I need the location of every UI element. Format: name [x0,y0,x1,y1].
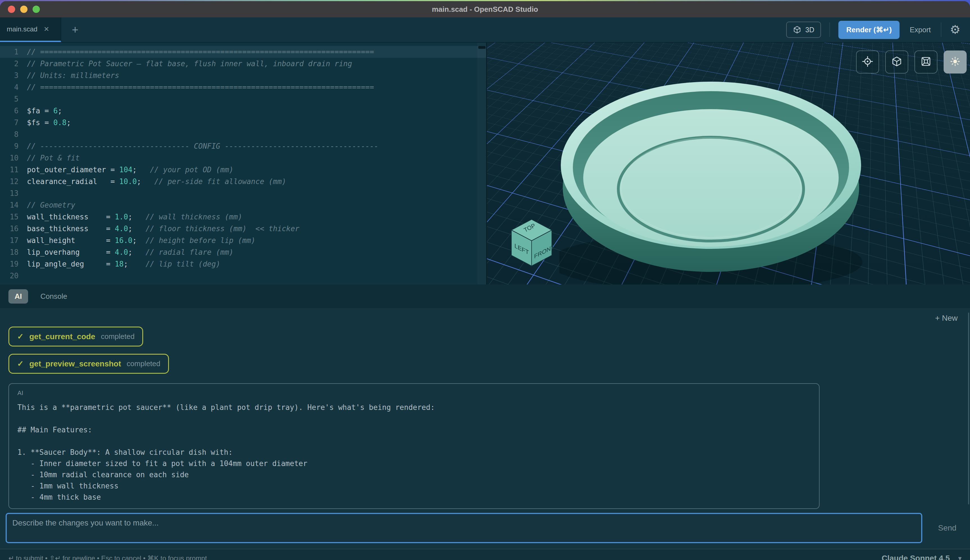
center-view-icon [862,56,873,68]
line-number: 19 [0,258,27,270]
editor-scrollbar-thumb[interactable] [478,46,486,49]
code-line[interactable]: 20 [0,270,486,282]
code-line[interactable]: 11pot_outer_diameter = 104; // your pot … [0,164,486,176]
line-number: 13 [0,187,27,199]
tab-main-scad[interactable]: main.scad ✕ [0,17,61,42]
code-line[interactable]: 16base_thickness = 4.0; // floor thickne… [0,223,486,235]
close-tab-icon[interactable]: ✕ [43,25,49,33]
tool-name: get_preview_screenshot [29,359,121,368]
new-chat-button[interactable]: + New [935,314,958,323]
code-line[interactable]: 4// ====================================… [0,82,486,93]
tab-console[interactable]: Console [40,292,67,301]
line-number: 20 [0,270,27,282]
code-line[interactable]: 5 [0,93,486,105]
code-line[interactable]: 8 [0,128,486,140]
view-mode-label: 3D [805,26,814,34]
line-number: 4 [0,82,27,93]
line-number: 9 [0,140,27,152]
lighting-button[interactable] [943,50,967,73]
view-mode-3d-button[interactable]: 3D [786,22,821,38]
code-line[interactable]: 12clearance_radial = 10.0; // per-side f… [0,176,486,187]
fit-view-icon [920,56,932,68]
tab-bar: main.scad ✕ + 3D Render (⌘↵) Export ⚙ [0,17,970,43]
tool-call-list: ✓get_current_codecompleted✓get_preview_s… [8,327,962,374]
settings-gear-icon[interactable]: ⚙ [950,24,960,36]
line-number: 16 [0,223,27,235]
line-number: 17 [0,235,27,246]
chat-scrollbar[interactable] [968,313,969,505]
tool-call-badge[interactable]: ✓get_preview_screenshotcompleted [8,354,169,374]
tool-call-badge[interactable]: ✓get_current_codecompleted [8,327,143,347]
code-line[interactable]: 6$fa = 6; [0,105,486,117]
send-button[interactable]: Send [932,523,963,533]
isometric-view-button[interactable] [885,50,908,73]
line-number: 8 [0,128,27,140]
assistant-panel: AI Console + New ✓get_current_codecomple… [0,285,970,560]
line-number: 15 [0,211,27,223]
divider [830,22,830,37]
panel-tabs: AI Console [0,285,970,308]
prompt-input[interactable] [6,513,922,543]
message-author: AI [17,389,811,397]
app-window: main.scad - OpenSCAD Studio main.scad ✕ … [0,1,970,560]
main-split: 1// ====================================… [0,43,970,285]
check-icon: ✓ [17,332,23,341]
tool-name: get_current_code [29,332,95,341]
model-name: Claude Sonnet 4.5 [882,554,950,560]
line-number: 1 [0,46,27,58]
line-number: 18 [0,246,27,258]
render-button[interactable]: Render (⌘↵) [838,21,900,39]
status-bar: ↵ to submit • ⇧↵ for newline • Esc to ca… [0,549,970,560]
code-line[interactable]: 14// Geometry [0,199,486,211]
code-line[interactable]: 10// Pot & fit [0,152,486,164]
center-view-button[interactable] [856,50,879,73]
prompt-row: Send [0,509,970,549]
code-line[interactable]: 7$fs = 0.8; [0,117,486,128]
keyboard-hints: ↵ to submit • ⇧↵ for newline • Esc to ca… [8,554,207,560]
code-line[interactable]: 18lip_overhang = 4.0; // radial flare (m… [0,246,486,258]
chat-area: + New ✓get_current_codecompleted✓get_pre… [0,308,970,509]
ai-message: AI This is a **parametric pot saucer** (… [8,383,820,509]
code-line[interactable]: 2// Parametric Pot Saucer — flat base, f… [0,58,486,70]
titlebar: main.scad - OpenSCAD Studio [0,1,970,17]
model-selector[interactable]: Claude Sonnet 4.5 ▾ [882,554,962,560]
code-line[interactable]: 15wall_thickness = 1.0; // wall thicknes… [0,211,486,223]
code-line[interactable]: 19lip_angle_deg = 18; // lip tilt (deg) [0,258,486,270]
tool-status: completed [101,332,134,341]
fit-view-button[interactable] [915,50,937,73]
line-number: 2 [0,58,27,70]
cube-icon [793,25,801,34]
viewport-toolbar [856,50,967,73]
export-button[interactable]: Export [908,25,932,35]
line-number: 6 [0,105,27,117]
code-line[interactable]: 3// Units: millimeters [0,70,486,82]
code-line[interactable]: 17wall_height = 16.0; // height before l… [0,235,486,246]
line-number: 5 [0,93,27,105]
tab-ai[interactable]: AI [8,289,28,303]
tool-status: completed [127,359,160,368]
line-number: 12 [0,176,27,187]
window-title: main.scad - OpenSCAD Studio [0,1,970,17]
rendered-model-saucer [559,81,863,285]
view-cube[interactable]: TOP LEFT FRONT [505,216,558,271]
line-number: 3 [0,70,27,82]
desktop: main.scad - OpenSCAD Studio main.scad ✕ … [0,0,970,560]
tab-label: main.scad [7,25,37,33]
message-text: This is a **parametric pot saucer** (lik… [17,402,811,503]
code-line[interactable]: 13 [0,187,486,199]
3d-viewport[interactable]: TOP LEFT FRONT [486,43,970,285]
divider [941,22,942,37]
chevron-down-icon: ▾ [958,554,962,560]
editor-scrollbar-track[interactable] [478,43,486,285]
code-lines: 1// ====================================… [0,46,486,282]
code-line[interactable]: 1// ====================================… [0,46,486,58]
line-number: 10 [0,152,27,164]
code-editor[interactable]: 1// ====================================… [0,43,486,285]
toolbar-actions: 3D Render (⌘↵) Export ⚙ [786,17,970,42]
new-tab-button[interactable]: + [61,17,89,42]
code-line[interactable]: 9// ---------------------------------- C… [0,140,486,152]
line-number: 11 [0,164,27,176]
isometric-view-icon [891,56,902,68]
line-number: 14 [0,199,27,211]
line-number: 7 [0,117,27,128]
